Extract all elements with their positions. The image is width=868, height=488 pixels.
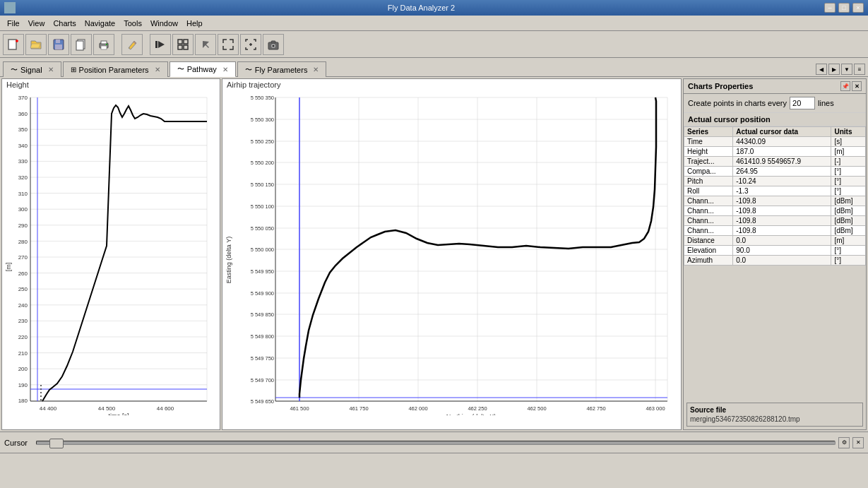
tab-fly-parameters[interactable]: 〜 Fly Parameters ✕ [237,61,327,77]
toolbar-copy[interactable] [71,34,92,55]
cell-units: [°] [831,186,866,196]
tab-signal-label: Signal [20,66,42,74]
toolbar-print[interactable] [93,34,114,55]
svg-text:270: 270 [18,254,28,261]
svg-text:5 550 200: 5 550 200 [251,160,274,166]
create-points-label: Create points in charts every [688,99,787,107]
svg-text:Northing (delta X): Northing (delta X) [446,413,497,415]
cell-data: 90.0 [733,246,831,256]
cell-units: [dBm] [831,226,866,236]
cell-units: [dBm] [831,216,866,226]
svg-text:280: 280 [18,239,28,245]
tab-signal-icon: 〜 [11,65,18,75]
table-row: Traject... 461410.9 5549657.9 [-] [684,157,866,167]
tab-prev[interactable]: ◀ [816,64,827,75]
toolbar-expand[interactable] [218,34,239,55]
svg-rect-16 [184,40,188,44]
tab-fly-close[interactable]: ✕ [313,66,319,73]
menu-tools[interactable]: Tools [119,18,146,29]
toolbar-new[interactable] [3,34,24,55]
svg-text:462 250: 462 250 [468,405,487,412]
panel-pin[interactable]: 📌 [840,81,850,91]
svg-text:462 750: 462 750 [586,405,605,412]
height-chart-svg: [m] 370 360 350 340 330 320 310 [2,90,221,415]
app-title: Fly Data Analyzer 2 [18,4,824,12]
restore-button[interactable]: □ [838,3,850,13]
svg-text:310: 310 [18,191,28,197]
trajectory-chart-title: Airhip trajectory [222,79,681,90]
toolbar-collapse[interactable] [240,34,261,55]
tab-next[interactable]: ▶ [828,64,840,75]
svg-text:5 549 650: 5 549 650 [251,398,274,405]
height-chart: Height [m] 370 360 350 340 330 [1,78,220,430]
svg-text:462 000: 462 000 [408,405,427,412]
close-button[interactable]: × [852,3,864,13]
svg-text:5 550 050: 5 550 050 [251,225,274,232]
svg-text:44 500: 44 500 [98,405,116,412]
cell-series: Chann... [684,206,733,216]
svg-text:180: 180 [18,398,28,404]
menu-file[interactable]: File [3,18,24,29]
cell-units: [°] [831,177,866,186]
svg-text:5 549 800: 5 549 800 [251,333,274,340]
cell-units: [°] [831,167,866,177]
table-row: Time 44340.09 [s] [684,137,866,147]
tab-signal-close[interactable]: ✕ [48,66,54,73]
toolbar-save[interactable] [48,34,69,55]
tab-position-close[interactable]: ✕ [155,66,160,73]
table-row: Chann... -109.8 [dBm] [684,226,866,236]
cell-series: Elevation [684,246,733,256]
svg-marker-14 [158,41,165,48]
col-units: Units [831,127,866,137]
svg-rect-11 [106,44,107,45]
table-row: Height 187.0 [m] [684,147,866,157]
menu-help[interactable]: Help [182,18,207,29]
svg-rect-10 [101,46,107,49]
tab-signal[interactable]: 〜 Signal ✕ [3,61,61,77]
toolbar-arrow[interactable] [195,34,216,55]
svg-rect-13 [155,41,157,48]
cursor-bar-controls: ⚙ ✕ [838,437,864,448]
create-points-input[interactable] [790,97,815,109]
svg-text:370: 370 [18,95,28,101]
toolbar-camera[interactable] [263,34,284,55]
toolbar-open[interactable] [25,34,47,55]
tab-dropdown[interactable]: ▼ [841,64,852,75]
source-file-section: Source file merging534672350826288120.tm… [686,403,863,427]
tab-position-parameters[interactable]: ⊞ Position Parameters ✕ [63,61,168,77]
svg-text:320: 320 [18,174,28,181]
svg-text:5 550 000: 5 550 000 [251,246,274,253]
tab-pathway[interactable]: 〜 Pathway ✕ [170,61,236,77]
cell-data: -109.8 [733,206,831,216]
svg-text:240: 240 [18,302,28,309]
table-row: Azimuth 0.0 [°] [684,256,866,266]
tab-pathway-icon: 〜 [177,64,184,74]
menu-charts[interactable]: Charts [49,18,80,29]
tab-pathway-close[interactable]: ✕ [222,66,228,73]
menu-window[interactable]: Window [146,18,182,29]
svg-rect-17 [178,45,182,49]
cell-series: Time [684,137,733,147]
cell-units: [dBm] [831,196,866,206]
table-row: Chann... -109.8 [dBm] [684,216,866,226]
menu-view[interactable]: View [24,18,49,29]
cursor-thumb[interactable] [49,439,64,448]
cursor-settings-icon[interactable]: ⚙ [838,437,850,448]
menu-navigate[interactable]: Navigate [81,18,119,29]
tab-position-label: Position Parameters [79,66,149,74]
toolbar-start[interactable] [150,34,171,55]
cell-series: Chann... [684,196,733,206]
status-bar [0,453,868,467]
cursor-close-icon[interactable]: ✕ [852,437,864,448]
cursor-bar-label: Cursor [4,439,28,447]
svg-marker-19 [203,41,209,48]
cursor-data-table: Series Actual cursor data Units Time 443… [684,126,866,266]
cursor-track[interactable] [36,441,836,445]
panel-close[interactable]: ✕ [852,81,862,91]
toolbar-pencil[interactable] [121,34,143,55]
minimize-button[interactable]: – [824,3,836,13]
svg-text:230: 230 [18,318,28,324]
tab-menu[interactable]: ≡ [854,64,865,75]
svg-text:5 550 150: 5 550 150 [251,181,274,188]
toolbar-grid[interactable] [172,34,194,55]
